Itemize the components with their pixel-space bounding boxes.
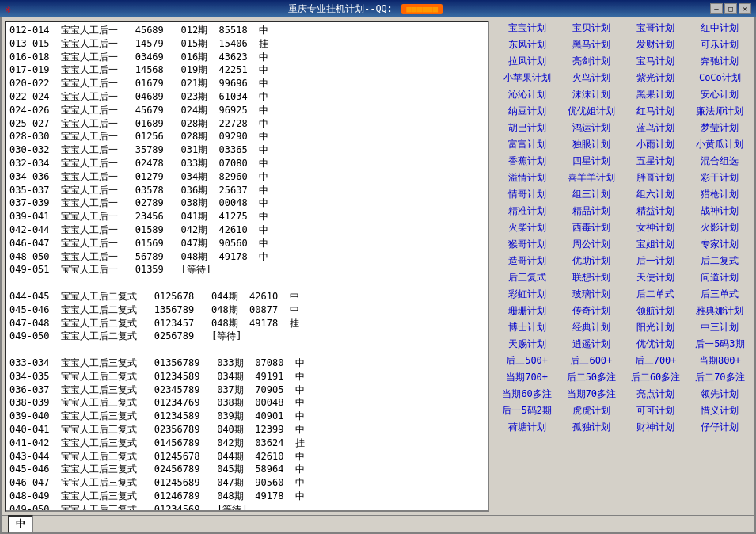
plan-link-4-3[interactable]: 安心计划: [689, 87, 751, 102]
plan-link-6-1[interactable]: 鸿运计划: [560, 120, 622, 135]
plan-link-15-0[interactable]: 后三复式: [496, 270, 558, 285]
plan-link-1-2[interactable]: 发财计划: [625, 37, 687, 52]
plan-link-10-2[interactable]: 组六计划: [625, 187, 687, 202]
plan-link-3-0[interactable]: 小苹果计划: [496, 71, 558, 86]
close-button[interactable]: ✕: [739, 3, 751, 14]
plan-link-0-2[interactable]: 宝哥计划: [625, 21, 687, 36]
plan-link-14-2[interactable]: 后一计划: [625, 254, 687, 269]
plan-link-4-2[interactable]: 黑果计划: [625, 87, 687, 102]
plan-link-11-0[interactable]: 精准计划: [496, 204, 558, 219]
plan-link-18-0[interactable]: 博士计划: [496, 320, 558, 335]
plan-link-9-3[interactable]: 彩干计划: [689, 170, 751, 185]
plan-link-9-2[interactable]: 胖哥计划: [625, 170, 687, 185]
plan-link-16-3[interactable]: 后三单式: [689, 287, 751, 302]
plan-link-3-3[interactable]: CoCo计划: [689, 71, 751, 86]
plan-link-7-1[interactable]: 独眼计划: [560, 137, 622, 152]
plan-link-15-1[interactable]: 联想计划: [560, 270, 622, 285]
plan-link-18-2[interactable]: 阳光计划: [625, 320, 687, 335]
plan-link-24-3[interactable]: 仔仔计划: [689, 420, 751, 435]
plan-link-18-3[interactable]: 中三计划: [689, 320, 751, 335]
plan-link-9-1[interactable]: 喜羊羊计划: [560, 170, 622, 185]
plan-link-4-1[interactable]: 沫沫计划: [560, 87, 622, 102]
plan-link-8-1[interactable]: 四星计划: [560, 154, 622, 169]
plan-link-24-2[interactable]: 财神计划: [625, 420, 687, 435]
plan-link-12-3[interactable]: 火影计划: [689, 220, 751, 235]
plan-link-13-0[interactable]: 猴哥计划: [496, 237, 558, 252]
plan-link-16-0[interactable]: 彩虹计划: [496, 287, 558, 302]
plan-link-17-0[interactable]: 珊珊计划: [496, 303, 558, 318]
plan-link-1-3[interactable]: 可乐计划: [689, 37, 751, 52]
plan-link-19-1[interactable]: 逍遥计划: [560, 337, 622, 352]
plan-link-12-0[interactable]: 火柴计划: [496, 220, 558, 235]
plan-link-20-2[interactable]: 后三700+: [625, 353, 687, 368]
plan-link-3-2[interactable]: 紫光计划: [625, 71, 687, 86]
plan-link-11-2[interactable]: 精益计划: [625, 204, 687, 219]
plan-link-22-3[interactable]: 领先计划: [689, 387, 751, 402]
plan-link-17-3[interactable]: 雅典娜计划: [689, 303, 751, 318]
plan-link-18-1[interactable]: 经典计划: [560, 320, 622, 335]
plan-link-6-3[interactable]: 梦莹计划: [689, 120, 751, 135]
plan-link-20-3[interactable]: 当期800+: [689, 353, 751, 368]
plan-link-8-0[interactable]: 香蕉计划: [496, 154, 558, 169]
left-text-panel[interactable]: 012-014 宝宝人工后一 45689 012期 85518 中 013-01…: [5, 21, 489, 512]
plan-link-9-0[interactable]: 溢情计划: [496, 170, 558, 185]
plan-link-24-1[interactable]: 孤独计划: [560, 420, 622, 435]
plan-link-17-2[interactable]: 领航计划: [625, 303, 687, 318]
plan-link-11-3[interactable]: 战神计划: [689, 204, 751, 219]
plan-link-19-2[interactable]: 优优计划: [625, 337, 687, 352]
plan-link-17-1[interactable]: 传奇计划: [560, 303, 622, 318]
plan-link-14-0[interactable]: 造哥计划: [496, 254, 558, 269]
plan-link-21-0[interactable]: 当期700+: [496, 370, 558, 385]
plan-link-20-1[interactable]: 后三600+: [560, 353, 622, 368]
plan-link-21-1[interactable]: 后二50多注: [560, 370, 622, 385]
plan-link-22-0[interactable]: 当期60多注: [496, 387, 558, 402]
plan-link-6-2[interactable]: 蓝鸟计划: [625, 120, 687, 135]
plan-link-21-2[interactable]: 后二60多注: [625, 370, 687, 385]
plan-link-16-2[interactable]: 后二单式: [625, 287, 687, 302]
plan-link-12-1[interactable]: 西毒计划: [560, 220, 622, 235]
plan-link-22-1[interactable]: 当期70多注: [560, 387, 622, 402]
plan-link-23-2[interactable]: 可可计划: [625, 403, 687, 418]
plan-link-15-3[interactable]: 问道计划: [689, 270, 751, 285]
plan-link-7-2[interactable]: 小雨计划: [625, 137, 687, 152]
plan-link-13-1[interactable]: 周公计划: [560, 237, 622, 252]
plan-link-15-2[interactable]: 天使计划: [625, 270, 687, 285]
plan-link-19-0[interactable]: 天赐计划: [496, 337, 558, 352]
plan-link-0-3[interactable]: 红中计划: [689, 21, 751, 36]
plan-link-22-2[interactable]: 亮点计划: [625, 387, 687, 402]
plan-link-23-0[interactable]: 后一5码2期: [496, 403, 558, 418]
plan-link-24-0[interactable]: 荷塘计划: [496, 420, 558, 435]
plan-link-23-1[interactable]: 虎虎计划: [560, 403, 622, 418]
plan-link-4-0[interactable]: 沁沁计划: [496, 87, 558, 102]
plan-link-5-1[interactable]: 优优姐计划: [560, 104, 622, 119]
plan-link-7-0[interactable]: 富富计划: [496, 137, 558, 152]
plan-link-5-0[interactable]: 纳豆计划: [496, 104, 558, 119]
plan-link-6-0[interactable]: 胡巴计划: [496, 120, 558, 135]
plan-link-0-0[interactable]: 宝宝计划: [496, 21, 558, 36]
plan-link-13-2[interactable]: 宝姐计划: [625, 237, 687, 252]
plan-link-1-0[interactable]: 东风计划: [496, 37, 558, 52]
plan-link-20-0[interactable]: 后三500+: [496, 353, 558, 368]
plan-link-12-2[interactable]: 女神计划: [625, 220, 687, 235]
plan-link-14-3[interactable]: 后二复式: [689, 254, 751, 269]
plan-link-23-3[interactable]: 惜义计划: [689, 403, 751, 418]
plan-link-2-2[interactable]: 宝马计划: [625, 54, 687, 69]
plan-link-5-2[interactable]: 红马计划: [625, 104, 687, 119]
plan-link-3-1[interactable]: 火鸟计划: [560, 71, 622, 86]
plan-link-2-3[interactable]: 奔驰计划: [689, 54, 751, 69]
minimize-button[interactable]: —: [710, 3, 723, 14]
maximize-button[interactable]: □: [724, 3, 737, 14]
plan-link-5-3[interactable]: 廉法师计划: [689, 104, 751, 119]
plan-link-2-0[interactable]: 拉风计划: [496, 54, 558, 69]
plan-link-16-1[interactable]: 玻璃计划: [560, 287, 622, 302]
plan-link-13-3[interactable]: 专家计划: [689, 237, 751, 252]
plan-link-11-1[interactable]: 精品计划: [560, 204, 622, 219]
plan-link-2-1[interactable]: 亮剑计划: [560, 54, 622, 69]
plan-link-21-3[interactable]: 后二70多注: [689, 370, 751, 385]
plan-link-10-0[interactable]: 情哥计划: [496, 187, 558, 202]
plan-link-8-3[interactable]: 混合组选: [689, 154, 751, 169]
plan-link-19-3[interactable]: 后一5码3期: [689, 337, 751, 352]
plan-link-10-1[interactable]: 组三计划: [560, 187, 622, 202]
plan-link-10-3[interactable]: 猎枪计划: [689, 187, 751, 202]
plan-link-7-3[interactable]: 小黄瓜计划: [689, 137, 751, 152]
